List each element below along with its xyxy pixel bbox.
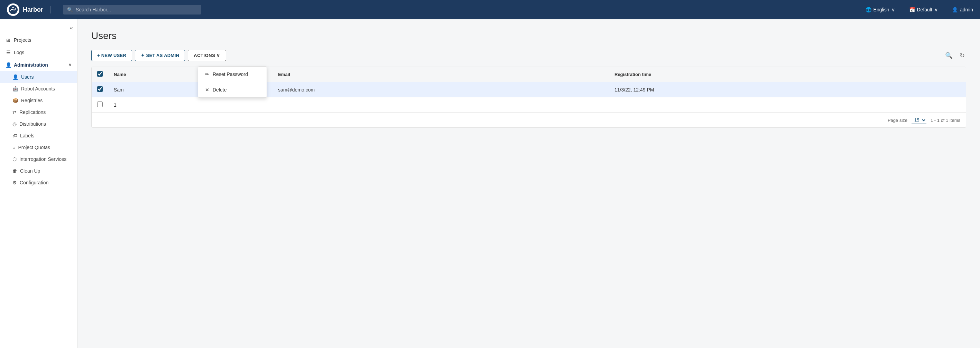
sidebar-item-replications[interactable]: ⇄ Replications [0,106,77,118]
sidebar-collapse-button[interactable]: « [0,22,77,34]
language-label: English [873,7,889,13]
labels-icon: 🏷 [13,133,17,138]
delete-label: Delete [213,87,226,93]
logo[interactable]: Harbor [7,3,56,16]
sidebar-item-registries[interactable]: 📦 Registries [0,95,77,106]
reset-password-label: Reset Password [213,71,248,77]
user-label: admin [960,7,973,13]
sidebar-item-labels[interactable]: 🏷 Labels [0,130,77,142]
app-title: Harbor [23,6,51,13]
app-header: Harbor 🔍 Search Harbor... 🌐 English ∨ 📅 … [0,0,980,19]
page-size-label: Page size [888,118,907,123]
search-placeholder: Search Harbor... [76,7,111,13]
sidebar-item-projects[interactable]: ⊞ Projects [0,34,77,46]
sidebar-item-interrogation-services[interactable]: ⬡ Interrogation Services [0,153,77,165]
row2-checkbox-cell [92,97,108,112]
row-checkbox-cell [92,82,108,97]
sidebar-item-logs[interactable]: ☰ Logs [0,46,77,59]
sidebar-item-robot-accounts-label: Robot Accounts [21,86,55,92]
sidebar-item-users-label: Users [21,74,34,80]
header-checkbox-col [92,67,108,82]
refresh-button[interactable]: ↻ [958,51,966,61]
sidebar-item-distributions[interactable]: ◎ Distributions [0,118,77,130]
delete-menu-item[interactable]: ✕ Delete [198,82,267,97]
calendar-icon: 📅 [909,7,915,13]
row-registration-time-cell: 11/3/22, 12:49 PM [609,82,966,97]
collapse-icon: « [70,25,73,31]
sidebar-item-clean-up-label: Clean Up [20,168,40,174]
row-email-cell: sam@demo.com [272,82,609,97]
sidebar-item-configuration-label: Configuration [20,180,48,185]
actions-button[interactable]: ACTIONS ∨ [188,50,226,61]
sidebar-item-labels-label: Labels [20,133,34,138]
sidebar-item-clean-up[interactable]: 🗑 Clean Up [0,165,77,177]
row2-number-cell: 1 [108,97,272,112]
theme-selector[interactable]: 📅 Default ∨ [909,7,938,13]
row2-reg-cell [609,97,966,112]
administration-chevron: ∨ [68,62,72,67]
clean-up-icon: 🗑 [13,168,17,174]
col-registration-time: Registration time [609,67,966,82]
page-size-select[interactable]: 15 25 50 [912,116,926,124]
sidebar-item-distributions-label: Distributions [19,121,46,127]
registries-icon: 📦 [13,98,18,103]
globe-icon: 🌐 [865,7,872,13]
logo-circle [7,3,19,16]
search-bar[interactable]: 🔍 Search Harbor... [63,5,201,14]
header-divider-2 [945,6,945,14]
configuration-icon: ⚙ [13,180,17,185]
sidebar-item-replications-label: Replications [19,109,46,115]
sidebar-section-administration[interactable]: 👤 Administration ∨ [0,59,77,71]
administration-label: Administration [14,62,48,68]
main-layout: « ⊞ Projects ☰ Logs 👤 Administration ∨ 👤… [0,19,980,348]
sidebar-item-registries-label: Registries [21,98,43,103]
sidebar-item-configuration[interactable]: ⚙ Configuration [0,177,77,188]
sidebar-item-logs-label: Logs [14,50,24,55]
col-email: Email [272,67,609,82]
new-user-button[interactable]: + NEW USER [91,50,132,61]
sidebar-item-project-quotas-label: Project Quotas [18,145,50,150]
distributions-icon: ◎ [13,121,17,127]
sidebar-item-projects-label: Projects [14,37,32,43]
reset-password-menu-item[interactable]: ✏ Reset Password [198,66,267,82]
search-icon: 🔍 [67,7,73,13]
sidebar-item-users[interactable]: 👤 Users [0,71,77,83]
row2-checkbox[interactable] [97,101,103,107]
sidebar-item-project-quotas[interactable]: ○ Project Quotas [0,142,77,153]
select-all-checkbox[interactable] [97,71,103,77]
logs-icon: ☰ [6,50,11,55]
theme-chevron: ∨ [934,7,938,13]
language-selector[interactable]: 🌐 English ∨ [865,7,895,13]
replications-icon: ⇄ [13,109,17,115]
search-button[interactable]: 🔍 [944,51,954,61]
reset-password-icon: ✏ [205,71,209,77]
projects-icon: ⊞ [6,37,11,43]
row2-email-cell [272,97,609,112]
sidebar-item-interrogation-services-label: Interrogation Services [19,157,67,162]
header-right: 🌐 English ∨ 📅 Default ∨ 👤 admin [865,6,973,14]
table-row-2: 1 [92,97,966,112]
delete-icon: ✕ [205,87,209,93]
project-quotas-icon: ○ [13,145,15,150]
pagination: Page size 15 25 50 1 - 1 of 1 items [92,112,966,127]
language-chevron: ∨ [891,7,895,13]
actions-dropdown: ✏ Reset Password ✕ Delete [198,66,267,98]
theme-label: Default [917,7,932,13]
interrogation-services-icon: ⬡ [13,157,17,162]
main-content: Users + NEW USER ✦ SET AS ADMIN ACTIONS … [78,19,980,348]
users-icon: 👤 [13,74,18,80]
page-title: Users [91,30,966,41]
toolbar-right: 🔍 ↻ [944,51,966,61]
user-icon: 👤 [952,7,958,13]
pagination-summary: 1 - 1 of 1 items [931,118,960,123]
sidebar: « ⊞ Projects ☰ Logs 👤 Administration ∨ 👤… [0,19,78,348]
user-menu[interactable]: 👤 admin [952,7,973,13]
sidebar-item-robot-accounts[interactable]: 🤖 Robot Accounts [0,83,77,95]
toolbar: + NEW USER ✦ SET AS ADMIN ACTIONS ∨ ✏ Re… [91,50,966,61]
robot-accounts-icon: 🤖 [13,86,18,92]
set-as-admin-button[interactable]: ✦ SET AS ADMIN [135,50,185,61]
row-checkbox[interactable] [97,86,103,92]
administration-icon: 👤 [6,62,11,68]
